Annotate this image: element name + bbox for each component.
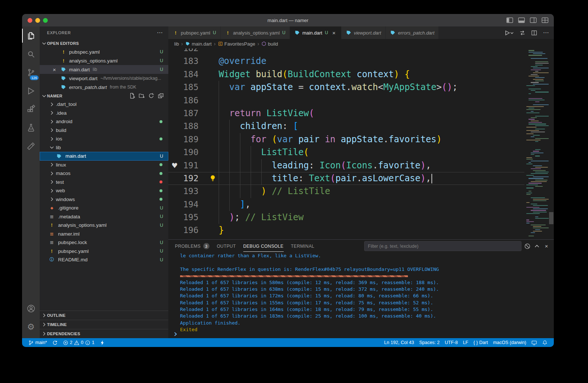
section-outline[interactable]: OUTLINE [40,311,168,320]
more-editor-actions-icon[interactable]: ⋯ [542,30,549,36]
open-editors-header[interactable]: OPEN EDITORS [40,39,168,47]
line-number[interactable]: 192 [181,172,198,185]
maximize-panel-icon[interactable] [533,243,541,250]
tree-item-namer-iml[interactable]: ≡namer.iml [40,230,168,239]
activity-flutter-tools[interactable] [22,137,40,155]
activity-accounts[interactable] [22,299,40,318]
cursor-position-item[interactable]: Ln 192, Col 43 [381,338,416,347]
minimap[interactable] [525,49,549,239]
gutter-glyph-margin[interactable] [168,172,181,185]
line-number[interactable]: 188 [181,120,198,133]
code-line-195[interactable]: 195 ); // ListView [168,211,524,224]
breadcrumb-item-main-dart[interactable]: main.dart [185,41,212,47]
breadcrumb-item-favoritespage[interactable]: FavoritesPage [218,41,255,47]
notifications-item[interactable] [539,338,550,347]
lightbulb-icon[interactable] [209,175,216,182]
open-changes-icon[interactable] [519,30,526,36]
language-item[interactable]: { }Dart [471,338,490,347]
minimize-window-button[interactable] [35,18,40,23]
encoding-item[interactable]: UTF-8 [442,338,460,347]
zoom-window-button[interactable] [43,18,48,23]
editor-tab-viewport-dart[interactable]: viewport.dart [341,26,386,39]
indentation-item[interactable]: Spaces: 2 [417,338,442,347]
console-prompt-icon[interactable] [173,331,179,337]
code-line-190[interactable]: 190 ListTile( [168,146,524,159]
gutter-glyph-margin[interactable] [168,49,181,55]
open-editor-errors-patch-dart[interactable]: errors_patch.dartfrom the SDK [40,83,168,92]
breadcrumb-item-lib[interactable]: lib [174,41,179,47]
toggle-panel-icon[interactable] [518,17,525,24]
gutter-glyph-margin[interactable] [168,94,181,107]
code-line-193[interactable]: 193 ) // ListTile [168,185,524,198]
close-icon[interactable]: × [51,67,57,72]
clear-console-icon[interactable] [524,243,531,250]
line-number[interactable]: 196 [181,224,198,237]
tree-item-idea[interactable]: .idea [40,109,168,118]
code-line-194[interactable]: 194 ], [168,198,524,211]
debug-console[interactable]: le container rather than a Flex, like a … [168,253,554,338]
line-number[interactable]: 194 [181,198,198,211]
code-line-191[interactable]: ♥191 leading: Icon(Icons.favorite), [168,159,524,172]
line-number[interactable]: 195 [181,211,198,224]
split-editor-icon[interactable] [531,30,538,36]
panel-tab-debug-console[interactable]: DEBUG CONSOLE [243,240,284,253]
section-dependencies[interactable]: DEPENDENCIES [40,329,168,338]
remote-item[interactable] [529,338,539,347]
line-number[interactable]: 182 [181,49,198,55]
tree-item-windows[interactable]: windows [40,195,168,204]
code-line-188[interactable]: 188 children: [ [168,120,524,133]
line-number[interactable]: 191 [181,159,198,172]
section-timeline[interactable]: TIMELINE [40,320,168,329]
panel-tab-terminal[interactable]: TERMINAL [291,240,315,253]
activity-search[interactable] [22,45,40,63]
activity-extensions[interactable] [22,100,40,118]
close-tab-icon[interactable]: × [331,30,337,36]
gutter-glyph-margin[interactable] [168,211,181,224]
new-file-icon[interactable] [129,93,135,99]
open-editor-viewport-dart[interactable]: viewport.dart~/fvm/versions/stable/packa… [40,74,168,83]
code-line-187[interactable]: 187 return ListView( [168,107,524,120]
refresh-explorer-icon[interactable] [148,93,154,99]
activity-settings[interactable]: ⚙ [22,318,40,336]
code-line-196[interactable]: 196 } [168,224,524,237]
filter-input[interactable] [364,241,521,251]
gutter-glyph-margin[interactable] [168,68,181,81]
tree-item-gitignore[interactable]: ◆.gitignoreU [40,204,168,212]
line-number[interactable]: 184 [181,68,198,81]
line-number[interactable]: 183 [181,55,198,68]
gutter-glyph-margin[interactable] [168,133,181,146]
tree-item-pubspec-lock[interactable]: ≡pubspec.lockU [40,238,168,247]
tree-item-linux[interactable]: linux [40,161,168,169]
gutter-glyph-margin[interactable] [168,198,181,211]
tree-item-analysis-options-yaml[interactable]: !analysis_options.yamlU [40,221,168,230]
line-number[interactable]: 189 [181,133,198,146]
panel-tab-output[interactable]: OUTPUT [217,240,236,253]
gutter-glyph-margin[interactable] [168,185,181,198]
editor-tab-analysis-options-yaml[interactable]: !analysis_options.yamlU [220,26,290,39]
tree-item-test[interactable]: test [40,178,168,187]
breadcrumb-item-build[interactable]: build [261,41,278,47]
tree-item-metadata[interactable]: ≡.metadataU [40,212,168,221]
gutter-glyph-margin[interactable] [168,55,181,68]
more-actions-icon[interactable]: ⋯ [157,29,163,36]
code-line-189[interactable]: 189 for (var pair in appState.favorites) [168,133,524,146]
git-branch-item[interactable]: main* [26,338,50,347]
close-window-button[interactable] [28,18,32,23]
code-line-182[interactable]: 182 [168,49,524,55]
scrollbar[interactable] [549,212,553,224]
gutter-glyph-margin[interactable] [168,81,181,94]
gutter-glyph-margin[interactable] [168,146,181,159]
tree-item-macos[interactable]: macos [40,169,168,178]
line-number[interactable]: 186 [181,94,198,107]
activity-testing[interactable] [22,118,40,137]
toggle-sidebar-icon[interactable] [506,17,513,24]
activity-run-debug[interactable] [22,82,40,100]
editor[interactable]: 182183 @override184 Widget build(BuildCo… [168,49,554,239]
gutter-glyph-margin[interactable] [168,107,181,120]
problems-item[interactable]: 2 0 1 [60,338,97,347]
gutter-glyph-margin[interactable]: ♥ [168,159,181,172]
title-bar[interactable]: main.dart — namer [22,14,554,26]
code-line-183[interactable]: 183 @override [168,55,524,68]
tree-item-dart-tool[interactable]: .dart_tool [40,100,168,109]
open-editor-pubspec-yaml[interactable]: !pubspec.yamlU [40,47,168,56]
